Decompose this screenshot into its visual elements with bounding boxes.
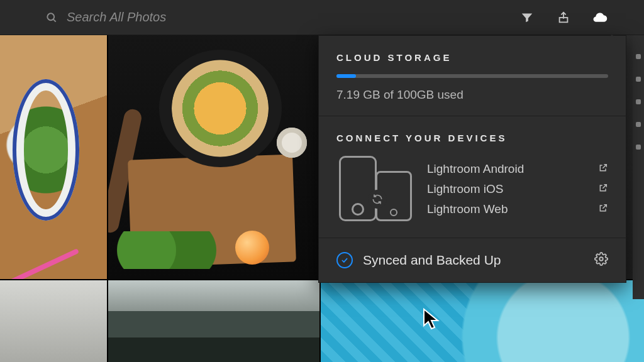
cloud-popover: CLOUD STORAGE 7.19 GB of 100GB used CONN… [318, 35, 626, 283]
device-link-label: Lightroom Web [427, 202, 508, 216]
storage-section: CLOUD STORAGE 7.19 GB of 100GB used [319, 36, 626, 116]
svg-point-0 [47, 13, 54, 20]
right-tool-rail [633, 35, 644, 299]
devices-section: CONNECT YOUR DEVICES Lightroom Android L… [319, 116, 626, 238]
app-root: CLOUD STORAGE 7.19 GB of 100GB used CONN… [0, 0, 644, 362]
rail-tool-icon[interactable] [636, 77, 641, 82]
device-link-web[interactable]: Lightroom Web [427, 202, 608, 216]
svg-line-1 [53, 19, 56, 22]
share-icon[interactable] [556, 10, 571, 25]
device-link-label: Lightroom iOS [427, 182, 503, 196]
check-icon [336, 252, 353, 268]
storage-bar [336, 74, 608, 78]
search-icon [45, 11, 58, 26]
svg-point-3 [599, 257, 603, 261]
storage-title: CLOUD STORAGE [336, 52, 608, 63]
external-link-icon [598, 182, 608, 196]
external-link-icon [598, 202, 608, 216]
sync-settings-button[interactable] [594, 252, 608, 268]
rail-tool-icon[interactable] [636, 145, 641, 150]
photo-thumbnail[interactable] [0, 35, 107, 279]
rail-tool-icon[interactable] [636, 122, 641, 127]
cloud-icon[interactable] [592, 10, 608, 25]
storage-usage-text: 7.19 GB of 100GB used [336, 88, 608, 102]
device-link-ios[interactable]: Lightroom iOS [427, 182, 608, 196]
photo-thumbnail[interactable] [321, 280, 644, 362]
devices-illustration [336, 155, 412, 224]
devices-title: CONNECT YOUR DEVICES [336, 133, 608, 143]
top-bar [0, 0, 644, 35]
photo-thumbnail[interactable] [108, 35, 319, 279]
sync-icon [368, 190, 387, 209]
photo-thumbnail[interactable] [0, 280, 107, 362]
search-input[interactable] [42, 6, 312, 29]
external-link-icon [598, 162, 608, 176]
device-link-label: Lightroom Android [427, 162, 524, 176]
photo-thumbnail[interactable] [108, 280, 319, 362]
filter-icon[interactable] [519, 10, 535, 25]
sync-status-row: Synced and Backed Up [319, 238, 626, 282]
storage-bar-fill [336, 74, 356, 78]
device-link-android[interactable]: Lightroom Android [427, 162, 608, 176]
rail-tool-icon[interactable] [636, 99, 641, 104]
sync-status-text: Synced and Backed Up [363, 253, 584, 268]
rail-tool-icon[interactable] [636, 54, 641, 59]
